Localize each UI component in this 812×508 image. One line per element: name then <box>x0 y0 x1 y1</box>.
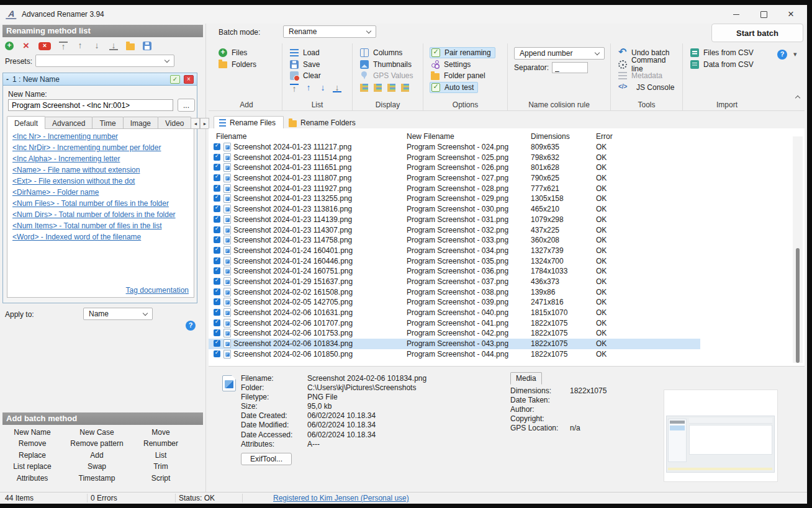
table-row[interactable]: Screenshot 2024-02-06 101631.pngProgram … <box>209 308 700 318</box>
move-down-button[interactable] <box>318 84 327 94</box>
row-checkbox[interactable] <box>214 164 220 171</box>
scrollbar-thumb[interactable] <box>796 248 800 363</box>
list-view-button[interactable] <box>401 84 409 94</box>
table-row[interactable]: Screenshot 2024-02-05 142705.pngProgram … <box>209 297 700 308</box>
tab-time[interactable]: Time <box>92 117 123 129</box>
table-scrollbar[interactable] <box>793 136 803 363</box>
tab-advanced[interactable]: Advanced <box>45 117 92 129</box>
row-checkbox[interactable] <box>214 257 220 264</box>
maximize-button[interactable] <box>750 5 777 24</box>
save-preset-button[interactable] <box>143 42 151 50</box>
tag-link[interactable]: <Name> - File name without extension <box>12 166 194 177</box>
tab-media[interactable]: Media <box>510 372 542 385</box>
folder-panel-button[interactable]: Folder panel <box>430 70 489 81</box>
collapse-method-button[interactable]: - <box>6 75 9 84</box>
column-new-filename[interactable]: New Filename <box>407 132 454 141</box>
tag-link[interactable]: <Inc NrDir> - Incrementing number per fo… <box>12 143 194 154</box>
table-row[interactable]: Screenshot 2024-01-24 160401.pngProgram … <box>209 246 700 256</box>
minimize-button[interactable] <box>723 5 750 24</box>
table-row[interactable]: Screenshot 2024-02-02 161508.pngProgram … <box>209 287 700 298</box>
table-row[interactable]: Screenshot 2024-01-23 111927.pngProgram … <box>209 184 700 194</box>
batch-method-add[interactable]: Add <box>61 451 133 462</box>
column-dimensions[interactable]: Dimensions <box>531 132 570 141</box>
row-checkbox[interactable] <box>214 288 220 295</box>
move-bottom-button[interactable] <box>109 42 118 50</box>
row-checkbox[interactable] <box>214 216 220 223</box>
pair-renaming-button[interactable]: Pair renaming <box>430 47 495 58</box>
move-up-button[interactable] <box>304 84 313 94</box>
metadata-button[interactable]: Metadata <box>617 70 666 81</box>
table-row[interactable]: Screenshot 2024-02-06 101707.pngProgram … <box>209 318 700 329</box>
data-from-csv-button[interactable]: Data from CSV <box>689 59 757 70</box>
tag-link[interactable]: <Num Files> - Total number of files in t… <box>12 199 194 210</box>
row-checkbox[interactable] <box>214 267 220 274</box>
row-checkbox[interactable] <box>214 309 220 316</box>
help-button[interactable] <box>777 50 787 60</box>
tag-link[interactable]: <Inc Nr> - Incrementing number <box>12 132 194 143</box>
detail-view-button[interactable] <box>360 84 368 94</box>
batch-method-remove[interactable]: Remove <box>4 439 61 450</box>
start-batch-button[interactable]: Start batch <box>711 24 803 42</box>
scroll-tabs-left-icon[interactable]: ◄ <box>191 118 200 129</box>
js-console-button[interactable]: JS Console <box>617 82 678 93</box>
tab-video[interactable]: Video <box>158 117 191 129</box>
move-down-button[interactable] <box>92 42 101 50</box>
move-up-button[interactable] <box>76 42 84 50</box>
collision-rule-select[interactable]: Append number <box>514 47 605 60</box>
move-bottom-button[interactable] <box>333 84 341 94</box>
remove-method-button[interactable] <box>22 42 30 50</box>
batch-method-script[interactable]: Script <box>133 474 189 485</box>
new-name-input[interactable] <box>8 99 173 111</box>
close-button[interactable] <box>777 5 805 24</box>
add-method-button[interactable] <box>5 42 14 50</box>
tag-link[interactable]: <Ext> - File extension without the dot <box>12 177 194 188</box>
tag-link[interactable]: <Num Dirs> - Total number of folders in … <box>12 210 194 221</box>
column-error[interactable]: Error <box>596 132 613 141</box>
row-checkbox[interactable] <box>214 185 220 192</box>
scroll-tabs-right-icon[interactable]: ► <box>200 118 209 129</box>
ribbon-collapse-icon[interactable] <box>795 96 800 100</box>
table-row[interactable]: Screenshot 2024-01-23 113255.pngProgram … <box>209 194 700 204</box>
help-menu-caret-icon[interactable] <box>793 50 800 59</box>
tab-rename-files[interactable]: Rename Files <box>214 116 284 129</box>
registration-link[interactable]: Registered to Kim Jensen (Personal use) <box>273 494 409 502</box>
batch-method-new-case[interactable]: New Case <box>61 428 133 439</box>
row-checkbox[interactable] <box>214 226 220 233</box>
separator-input[interactable] <box>552 62 588 73</box>
settings-button[interactable]: Settings <box>430 59 474 70</box>
table-row[interactable]: Screenshot 2024-01-29 151637.pngProgram … <box>209 277 700 287</box>
method-enabled-checkbox[interactable] <box>170 75 180 84</box>
row-checkbox[interactable] <box>214 340 220 347</box>
tab-default[interactable]: Default <box>7 116 45 129</box>
batch-method-list[interactable]: List <box>133 451 189 462</box>
batch-method-swap[interactable]: Swap <box>61 462 133 473</box>
table-row[interactable]: Screenshot 2024-01-24 160751.pngProgram … <box>209 266 700 277</box>
table-row[interactable]: Screenshot 2024-02-06 101834.pngProgram … <box>209 339 700 349</box>
thumbnail-view-button[interactable] <box>387 84 395 94</box>
more-button[interactable]: ... <box>178 99 195 112</box>
tag-link[interactable]: <Inc Alpha> - Incrementing letter <box>12 154 194 166</box>
batch-method-new-name[interactable]: New Name <box>4 428 61 439</box>
tag-link[interactable]: <Word> - Indexed word of the filename <box>12 233 194 244</box>
save-button[interactable]: Save <box>289 59 323 70</box>
row-checkbox[interactable] <box>214 319 220 326</box>
table-row[interactable]: Screenshot 2024-01-23 111651.pngProgram … <box>209 163 700 173</box>
row-checkbox[interactable] <box>214 195 220 202</box>
batch-method-remove-pattern[interactable]: Remove pattern <box>61 439 133 450</box>
load-button[interactable]: Load <box>289 47 323 58</box>
method-close-button[interactable] <box>184 75 194 84</box>
help-button[interactable] <box>186 321 196 331</box>
gps-values-button[interactable]: GPS Values <box>359 70 417 81</box>
table-row[interactable]: Screenshot 2024-01-23 114758.pngProgram … <box>209 235 700 246</box>
table-row[interactable]: Screenshot 2024-01-23 111217.pngProgram … <box>209 142 700 153</box>
exiftool-button[interactable]: ExifTool... <box>241 453 292 465</box>
method-header[interactable]: - 1 : New Name <box>3 73 197 86</box>
batch-method-timestamp[interactable]: Timestamp <box>61 474 133 485</box>
batch-method-move[interactable]: Move <box>133 428 189 439</box>
row-checkbox[interactable] <box>214 143 220 150</box>
clear-methods-button[interactable] <box>38 42 51 50</box>
tag-link[interactable]: <DirName> - Folder name <box>12 188 194 199</box>
table-row[interactable]: Screenshot 2024-01-23 114307.pngProgram … <box>209 225 700 236</box>
table-row[interactable]: Screenshot 2024-01-23 113816.pngProgram … <box>209 204 700 215</box>
files-button[interactable]: Files <box>217 47 251 58</box>
